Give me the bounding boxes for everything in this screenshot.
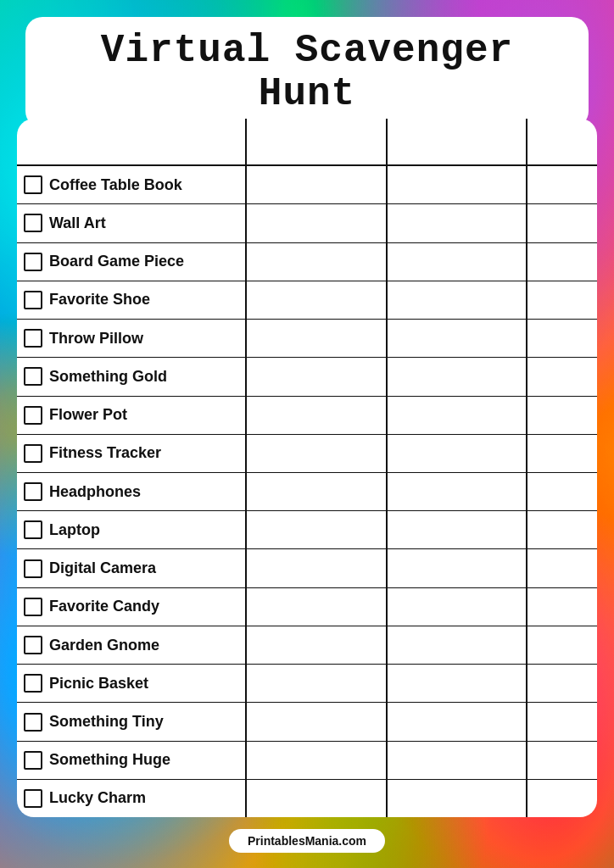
extra-col-2 [387,204,527,242]
extra-col-2 [387,779,527,817]
extra-col-1 [246,204,387,242]
extra-col-2 [387,511,527,549]
extra-col-3 [527,358,597,396]
page-title: Virtual Scavenger Hunt [42,30,572,115]
extra-col-3 [527,549,597,587]
item-cell: Fitness Tracker [17,434,246,472]
header-item-col [17,119,246,165]
extra-col-3 [527,320,597,358]
checkbox[interactable] [24,406,42,425]
checkbox[interactable] [24,598,42,616]
extra-col-3 [527,396,597,434]
extra-col-3 [527,204,597,242]
table-row: Headphones [17,473,597,511]
checkbox[interactable] [24,789,42,808]
extra-col-3 [527,587,597,626]
item-cell: Garden Gnome [17,626,246,664]
table-row: Favorite Candy [17,587,597,626]
extra-col-3 [527,511,597,549]
checkbox[interactable] [24,444,42,463]
extra-col-2 [387,281,527,319]
extra-col-3 [527,281,597,319]
item-cell: Throw Pillow [17,320,246,358]
table-row: Coffee Table Book [17,165,597,204]
checkbox[interactable] [24,751,42,770]
extra-col-1 [246,320,387,358]
item-label: Something Gold [49,368,167,386]
item-cell: Favorite Shoe [17,281,246,319]
checkbox[interactable] [24,482,42,501]
extra-col-2 [387,741,527,779]
extra-col-1 [246,358,387,396]
item-label: Garden Gnome [49,637,159,654]
item-cell: Something Tiny [17,703,246,741]
item-label: Flower Pot [49,406,127,424]
extra-col-2 [387,665,527,703]
extra-col-1 [246,473,387,511]
checkbox[interactable] [24,520,42,539]
extra-col-1 [246,587,387,626]
item-cell: Laptop [17,511,246,549]
item-label: Something Tiny [49,713,164,731]
item-cell: Headphones [17,473,246,511]
extra-col-1 [246,779,387,817]
extra-col-2 [387,358,527,396]
table-row: Fitness Tracker [17,434,597,472]
table-row: Board Game Piece [17,242,597,281]
item-cell: Digital Camera [17,549,246,587]
extra-col-3 [527,665,597,703]
table-row: Something Huge [17,741,597,779]
extra-col-1 [246,396,387,434]
table-row: Favorite Shoe [17,281,597,319]
extra-col-2 [387,703,527,741]
extra-col-2 [387,165,527,204]
item-label: Coffee Table Book [49,176,182,194]
item-cell: Favorite Candy [17,587,246,626]
extra-col-3 [527,741,597,779]
extra-col-1 [246,665,387,703]
item-label: Headphones [49,483,141,501]
checkbox[interactable] [24,214,42,232]
checkbox[interactable] [24,291,42,309]
extra-col-3 [527,242,597,281]
table-row: Wall Art [17,204,597,242]
extra-col-2 [387,626,527,664]
item-label: Digital Camera [49,559,156,577]
header-col-1 [246,119,387,165]
extra-col-1 [246,165,387,204]
extra-col-1 [246,242,387,281]
table-row: Something Gold [17,358,597,396]
extra-col-1 [246,549,387,587]
item-label: Board Game Piece [49,253,184,270]
extra-col-2 [387,242,527,281]
title-container: Virtual Scavenger Hunt [25,17,589,128]
extra-col-2 [387,473,527,511]
checkbox[interactable] [24,674,42,693]
checkbox[interactable] [24,175,42,194]
extra-col-3 [527,779,597,817]
checkbox[interactable] [24,253,42,271]
checkbox[interactable] [24,636,42,654]
item-cell: Picnic Basket [17,665,246,703]
item-cell: Lucky Charm [17,779,246,817]
extra-col-2 [387,587,527,626]
header-col-3 [527,119,597,165]
table-row: Lucky Charm [17,779,597,817]
item-label: Lucky Charm [49,789,146,807]
checkbox[interactable] [24,559,42,578]
item-cell: Wall Art [17,204,246,242]
extra-col-2 [387,320,527,358]
extra-col-3 [527,703,597,741]
checkbox[interactable] [24,329,42,348]
item-cell: Coffee Table Book [17,165,246,204]
checkbox[interactable] [24,713,42,732]
item-cell: Something Huge [17,741,246,779]
item-label: Throw Pillow [49,330,143,348]
table-row: Throw Pillow [17,320,597,358]
table-row: Picnic Basket [17,665,597,703]
item-cell: Something Gold [17,358,246,396]
extra-col-1 [246,741,387,779]
item-label: Favorite Shoe [49,291,150,309]
item-cell: Flower Pot [17,396,246,434]
checkbox[interactable] [24,367,42,386]
